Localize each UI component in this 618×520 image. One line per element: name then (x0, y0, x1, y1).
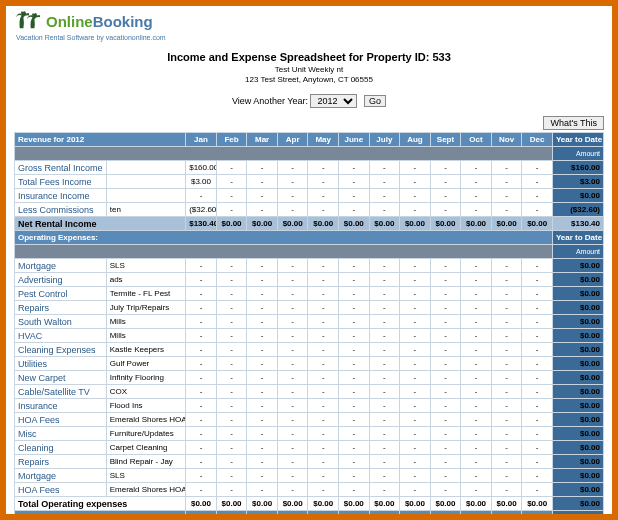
cell-value: - (430, 427, 461, 441)
cell-value: - (430, 483, 461, 497)
row-desc: Infinity Flooring (106, 371, 185, 385)
cell-value: - (522, 161, 553, 175)
row-desc (106, 175, 185, 189)
row-label: Misc (15, 427, 107, 441)
ytd-value: $0.00 (552, 315, 603, 329)
cell-value: - (400, 329, 431, 343)
cell-value: - (430, 315, 461, 329)
cell-value: - (339, 413, 370, 427)
cell-value: $130.40 (186, 511, 217, 521)
cell-value: - (461, 385, 492, 399)
row-desc: Flood Ins (106, 399, 185, 413)
cell-value: - (308, 203, 339, 217)
row-label: Advertising (15, 273, 107, 287)
row-desc: COX (106, 385, 185, 399)
cell-value: - (522, 371, 553, 385)
table-row: HVAC Mills ------------ $0.00 (15, 329, 604, 343)
row-desc: July Trip/Repairs (106, 301, 185, 315)
row-desc: Kastle Keepers (106, 343, 185, 357)
cell-value: - (216, 175, 247, 189)
ytd-value: $0.00 (552, 385, 603, 399)
table-row: Net Income (Loss) $130.40$0.00$0.00$0.00… (15, 511, 604, 521)
cell-value: - (277, 441, 308, 455)
cell-value: - (461, 273, 492, 287)
cell-value: $0.00 (369, 217, 400, 231)
cell-value: - (430, 175, 461, 189)
table-row: HOA Fees Emerald Shores HOA ------------… (15, 483, 604, 497)
month-header: Feb (216, 133, 247, 147)
cell-value: - (247, 175, 278, 189)
table-row: Advertising ads ------------ $0.00 (15, 273, 604, 287)
cell-value: - (522, 427, 553, 441)
cell-value: - (247, 161, 278, 175)
cell-value: - (216, 287, 247, 301)
cell-value: - (369, 315, 400, 329)
cell-value: - (247, 287, 278, 301)
go-button[interactable]: Go (364, 95, 386, 107)
cell-value: - (522, 469, 553, 483)
cell-value: - (522, 315, 553, 329)
ytd-value: $0.00 (552, 483, 603, 497)
cell-value: $0.00 (461, 511, 492, 521)
cell-value: - (216, 315, 247, 329)
ytd-value: $0.00 (552, 343, 603, 357)
cell-value: $0.00 (247, 217, 278, 231)
cell-value: - (308, 259, 339, 273)
cell-value: $0.00 (308, 497, 339, 511)
row-label: Total Fees Income (15, 175, 107, 189)
cell-value: - (216, 483, 247, 497)
whats-this-button[interactable]: What's This (543, 116, 604, 130)
cell-value: - (277, 203, 308, 217)
cell-value: - (308, 315, 339, 329)
month-header: Aug (400, 133, 431, 147)
row-label: Gross Rental Income (15, 161, 107, 175)
cell-value: - (339, 427, 370, 441)
cell-value: - (461, 203, 492, 217)
cell-value: - (522, 175, 553, 189)
cell-value: - (400, 413, 431, 427)
year-select[interactable]: 2012 (310, 94, 357, 108)
month-header: Nov (491, 133, 522, 147)
table-row: Mortgage SLS ------------ $0.00 (15, 469, 604, 483)
cell-value: - (186, 399, 217, 413)
row-desc: Gulf Power (106, 357, 185, 371)
cell-value: - (400, 441, 431, 455)
cell-value: - (216, 427, 247, 441)
table-row: Cleaning Carpet Cleaning ------------ $0… (15, 441, 604, 455)
ytd-value: $0.00 (552, 455, 603, 469)
cell-value: - (369, 259, 400, 273)
cell-value: - (430, 399, 461, 413)
cell-value: - (339, 175, 370, 189)
row-desc: Emerald Shores HOA (106, 483, 185, 497)
cell-value: - (186, 301, 217, 315)
cell-value: - (308, 399, 339, 413)
row-desc: SLS (106, 469, 185, 483)
cell-value: - (247, 371, 278, 385)
ytd-value: $3.00 (552, 175, 603, 189)
cell-value: - (400, 315, 431, 329)
cell-value: - (277, 427, 308, 441)
cell-value: $0.00 (522, 497, 553, 511)
subtitle-address: 123 Test Street, Anytown, CT 06555 (14, 75, 604, 84)
row-label: Net Income (Loss) (15, 511, 186, 521)
revenue-header: Revenue for 2012 (15, 133, 186, 147)
cell-value: - (247, 343, 278, 357)
row-desc: SLS (106, 259, 185, 273)
cell-value: - (277, 371, 308, 385)
table-row: Cable/Satellite TV COX ------------ $0.0… (15, 385, 604, 399)
cell-value: - (308, 273, 339, 287)
cell-value: - (430, 413, 461, 427)
cell-value: $0.00 (491, 497, 522, 511)
ytd-value: $0.00 (552, 357, 603, 371)
ytd-header-2: Year to Date (552, 231, 603, 245)
cell-value: $160.00 (186, 161, 217, 175)
year-selector-row: View Another Year: 2012 Go (14, 94, 604, 108)
cell-value: - (522, 413, 553, 427)
row-desc: Emerald Shores HOA (106, 413, 185, 427)
cell-value: - (369, 413, 400, 427)
cell-value: - (491, 329, 522, 343)
cell-value: - (186, 315, 217, 329)
cell-value: - (247, 315, 278, 329)
cell-value: $0.00 (491, 217, 522, 231)
ytd-value: $0.00 (552, 469, 603, 483)
